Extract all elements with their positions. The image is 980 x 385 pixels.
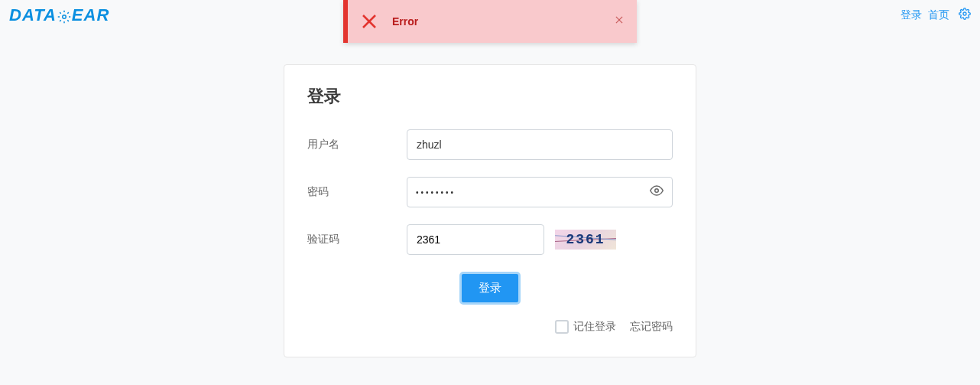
- login-card: 登录 用户名 密码 ••••••••: [284, 64, 696, 357]
- footer-row: 记住登录 忘记密码: [307, 320, 673, 334]
- logo-gear-icon: [57, 8, 71, 22]
- username-label: 用户名: [307, 138, 407, 152]
- remember-label: 记住登录: [573, 320, 616, 334]
- remember-checkbox[interactable]: [555, 320, 569, 334]
- username-input[interactable]: [407, 129, 673, 160]
- logo-text-1: DATA: [9, 5, 57, 25]
- toast-close-button[interactable]: [614, 15, 625, 28]
- captcha-label: 验证码: [307, 233, 407, 246]
- captcha-row: 验证码 2361: [307, 224, 673, 255]
- remember-wrap: 记住登录: [555, 320, 616, 334]
- captcha-image-text: 2361: [566, 232, 605, 247]
- home-link[interactable]: 首页: [928, 8, 949, 22]
- logo[interactable]: DATA EAR: [9, 5, 109, 25]
- settings-button[interactable]: [959, 8, 971, 23]
- submit-row: 登录: [307, 272, 673, 305]
- error-icon: [360, 12, 378, 31]
- eye-icon: [650, 184, 664, 201]
- gear-icon: [959, 8, 971, 23]
- card-title: 登录: [307, 85, 673, 108]
- username-row: 用户名: [307, 129, 673, 160]
- svg-point-0: [63, 15, 67, 19]
- logo-text-2: EAR: [72, 5, 109, 25]
- captcha-input[interactable]: [407, 224, 544, 255]
- password-label: 密码: [307, 185, 407, 199]
- error-toast: Error: [343, 0, 637, 43]
- toast-message: Error: [392, 15, 418, 28]
- forgot-password-link[interactable]: 忘记密码: [630, 320, 673, 334]
- header-right: 登录 首页: [900, 8, 971, 23]
- password-row: 密码 ••••••••: [307, 177, 673, 207]
- svg-point-6: [655, 189, 659, 193]
- password-input[interactable]: [407, 177, 673, 207]
- login-link[interactable]: 登录: [900, 8, 922, 22]
- login-button[interactable]: 登录: [459, 272, 521, 305]
- close-icon: [614, 15, 625, 28]
- toggle-password-button[interactable]: [650, 184, 664, 201]
- captcha-image[interactable]: 2361: [555, 230, 616, 250]
- svg-point-1: [963, 12, 966, 15]
